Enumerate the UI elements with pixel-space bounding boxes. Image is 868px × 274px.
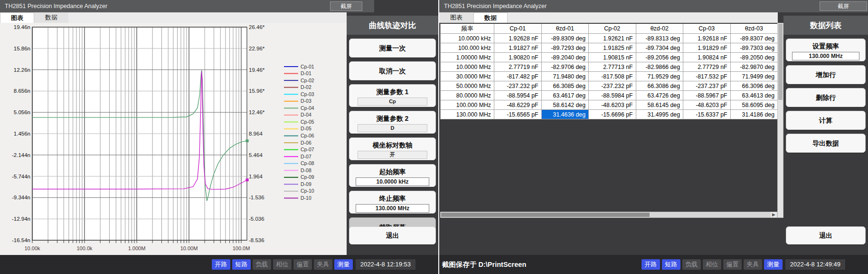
table-cell[interactable]: -48.6203 pF <box>683 100 731 110</box>
measure-toggle[interactable]: 测量 <box>334 259 353 270</box>
table-cell[interactable]: 1.91825 nF <box>589 43 636 53</box>
table-cell[interactable]: 1.92621 nF <box>589 34 636 43</box>
table-cell[interactable]: -82.9706 deg <box>541 62 589 72</box>
load-toggle[interactable]: 负载 <box>682 259 701 270</box>
open-circuit-toggle[interactable]: 开路 <box>212 259 230 270</box>
table-cell[interactable]: -15.6696 pF <box>589 110 636 119</box>
table-cell[interactable]: -89.2050 deg <box>730 53 778 62</box>
fixture-toggle[interactable]: 夹具 <box>314 259 332 270</box>
table-horizontal-scrollbar[interactable]: ▶ <box>440 212 777 218</box>
table-cell[interactable]: -15.6337 pF <box>683 110 731 119</box>
hscroll-right-arrow-icon[interactable]: ▶ <box>771 212 777 217</box>
table-cell[interactable]: 71.9499 deg <box>730 72 778 81</box>
add-row-button[interactable]: 增加行 <box>786 65 866 84</box>
table-cell[interactable]: -237.232 pF <box>589 81 636 91</box>
exit-button[interactable]: 退出 <box>349 226 436 245</box>
table-cell[interactable]: 71.9529 deg <box>636 72 683 81</box>
open-circuit-toggle[interactable]: 开路 <box>642 259 660 270</box>
exit-button[interactable]: 退出 <box>786 226 866 245</box>
screenshot-button[interactable]: 截屏 <box>330 1 362 11</box>
table-cell[interactable]: 80.0000 MHz <box>441 91 494 100</box>
export-data-button[interactable]: 导出数据 <box>786 134 866 153</box>
table-cell[interactable]: 58.6142 deg <box>541 100 589 110</box>
table-cell[interactable]: 66.3096 deg <box>730 81 778 91</box>
table-cell[interactable]: 31.4995 deg <box>636 110 683 119</box>
table-cell[interactable]: 1.00000 MHz <box>441 53 494 62</box>
table-cell[interactable]: 63.4726 deg <box>636 91 683 100</box>
table-cell[interactable]: -817.532 pF <box>683 72 731 81</box>
table-cell[interactable]: -817.508 pF <box>589 72 636 81</box>
tab-data[interactable]: 数据 <box>34 12 68 23</box>
table-cell[interactable]: -88.5967 pF <box>683 91 731 100</box>
table-cell[interactable]: 50.0000 MHz <box>441 81 494 91</box>
table-cell[interactable]: 130.000 MHz <box>441 110 494 119</box>
table-cell[interactable]: 66.3085 deg <box>541 81 589 91</box>
table-cell[interactable]: 1.90820 nF <box>494 53 542 62</box>
table-cell[interactable]: 1.91827 nF <box>494 43 542 53</box>
table-cell[interactable]: 63.4617 deg <box>541 91 589 100</box>
load-toggle[interactable]: 负载 <box>253 259 271 270</box>
start-freq-button[interactable]: 起始频率10.0000 kHz <box>349 164 436 187</box>
selected-cell[interactable]: 31.4636 deg <box>541 110 589 119</box>
tab-data[interactable]: 数据 <box>473 12 508 23</box>
table-cell[interactable]: 2.77713 nF <box>589 62 636 72</box>
table-cell[interactable]: 1.92628 nF <box>494 34 542 43</box>
table-cell[interactable]: -89.8307 deg <box>730 34 778 43</box>
table-cell[interactable]: -237.232 pF <box>494 81 542 91</box>
x-log-axis-button[interactable]: 横坐标对数轴开 <box>349 137 436 160</box>
table-cell[interactable]: 30.0000 MHz <box>441 72 494 81</box>
table-cell[interactable]: -89.7303 deg <box>730 43 778 53</box>
table-cell[interactable]: -89.7293 deg <box>541 43 589 53</box>
table-cell[interactable]: -89.7304 deg <box>636 43 683 53</box>
tab-chart[interactable]: 图表 <box>0 12 34 23</box>
phase-toggle[interactable]: 相位 <box>273 259 292 270</box>
tab-chart[interactable]: 图表 <box>439 12 473 23</box>
measure-param2-button[interactable]: 测量参数 2D <box>349 111 436 134</box>
set-freq-button-value[interactable]: 130.000 MHz <box>792 52 859 60</box>
bias-toggle[interactable]: 偏置 <box>723 259 742 270</box>
measure-param1-button[interactable]: 测量参数 1Cp <box>349 84 436 107</box>
table-cell[interactable]: -82.9870 deg <box>730 62 778 72</box>
table-cell[interactable]: -817.482 pF <box>494 72 542 81</box>
set-freq-button[interactable]: 设置频率130.000 MHz <box>786 39 866 61</box>
table-cell[interactable]: 58.6145 deg <box>636 100 683 110</box>
table-cell[interactable]: 66.3086 deg <box>636 81 683 91</box>
measure-toggle[interactable]: 测量 <box>764 259 783 270</box>
hscroll-thumb[interactable] <box>441 213 650 217</box>
delete-row-button[interactable]: 删除行 <box>786 88 866 107</box>
cancel-once-button[interactable]: 取消一次 <box>349 61 436 80</box>
fixture-toggle[interactable]: 夹具 <box>744 259 762 270</box>
stop-freq-button[interactable]: 终止频率130.000 MHz <box>349 191 436 214</box>
vscroll-thumb[interactable] <box>778 24 783 100</box>
stop-freq-button-value[interactable]: 130.000 MHz <box>356 204 429 213</box>
table-cell[interactable]: 1.90824 nF <box>683 53 731 62</box>
bias-toggle[interactable]: 偏置 <box>293 259 312 270</box>
table-cell[interactable]: 10.0000 MHz <box>441 62 494 72</box>
table-cell[interactable]: 100.000 kHz <box>441 43 494 53</box>
short-circuit-toggle[interactable]: 短路 <box>232 259 251 270</box>
table-cell[interactable]: 1.91829 nF <box>683 43 731 53</box>
phase-toggle[interactable]: 相位 <box>703 259 721 270</box>
table-cell[interactable]: -82.9866 deg <box>636 62 683 72</box>
table-cell[interactable]: -15.6565 pF <box>494 110 542 119</box>
short-circuit-toggle[interactable]: 短路 <box>662 259 680 270</box>
table-cell[interactable]: 100.000 MHz <box>441 100 494 110</box>
table-cell[interactable]: 2.77719 nF <box>494 62 542 72</box>
table-cell[interactable]: -48.6203 pF <box>589 100 636 110</box>
table-cell[interactable]: 10.0000 kHz <box>441 34 494 43</box>
table-cell[interactable]: -89.2040 deg <box>541 53 589 62</box>
table-cell[interactable]: -89.8309 deg <box>541 34 589 43</box>
table-cell[interactable]: 71.9480 deg <box>541 72 589 81</box>
table-cell[interactable]: -237.237 pF <box>683 81 731 91</box>
table-cell[interactable]: 63.4613 deg <box>730 91 778 100</box>
table-cell[interactable]: -48.6229 pF <box>494 100 542 110</box>
table-cell[interactable]: 1.90815 nF <box>589 53 636 62</box>
calculate-button[interactable]: 计算 <box>786 111 866 130</box>
table-cell[interactable]: 31.4186 deg <box>730 110 778 119</box>
measure-once-button[interactable]: 测量一次 <box>349 39 436 58</box>
table-vertical-scrollbar[interactable] <box>777 23 783 218</box>
table-cell[interactable]: -88.5954 pF <box>494 91 542 100</box>
table-cell[interactable]: -88.5984 pF <box>589 91 636 100</box>
start-freq-button-value[interactable]: 10.0000 kHz <box>356 177 429 186</box>
table-cell[interactable]: 58.6095 deg <box>730 100 778 110</box>
